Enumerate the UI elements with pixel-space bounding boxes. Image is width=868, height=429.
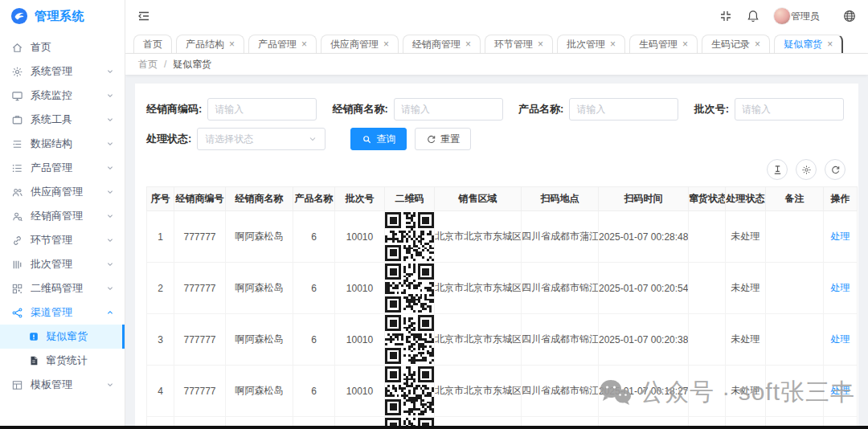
tab-supplier-management[interactable]: 供应商管理× <box>321 35 399 53</box>
home-icon <box>11 42 23 54</box>
sidebar-item-system-monitor[interactable]: 系统监控 <box>0 84 125 108</box>
cell-remark <box>766 263 824 314</box>
column-header: 批次号 <box>335 187 385 211</box>
cell-qr <box>385 211 435 263</box>
handle-link[interactable]: 处理 <box>831 333 850 345</box>
cell-action: 处理 <box>824 211 858 263</box>
column-settings-gear-icon[interactable] <box>796 159 817 180</box>
cell-scan-time: 2025-01-07 00:18:27 <box>599 366 689 417</box>
tab-label: 生码记录 <box>711 38 750 51</box>
row-density-icon[interactable] <box>767 159 788 180</box>
cell-scan-place: 四川省成都市锦江区 <box>522 314 599 366</box>
cell-sale-area: 北京市北京市东城区 <box>435 211 522 263</box>
tab-product-structure[interactable]: 产品结构× <box>176 35 244 53</box>
cell-sale-area: 北京市北京市东城区 <box>435 263 522 314</box>
cell-qr <box>385 314 435 366</box>
cell-batch: 10010 <box>335 211 385 263</box>
cell-handle-status: 未处理 <box>726 366 766 417</box>
tab-label: 生码管理 <box>639 38 678 51</box>
sidebar-item-fleeing-stats[interactable]: 窜货统计 <box>0 349 125 373</box>
sidebar-item-label: 首页 <box>31 40 51 55</box>
sidebar-item-batch-management[interactable]: 批次管理 <box>0 252 125 276</box>
close-tab-icon[interactable]: × <box>610 39 616 49</box>
batch-no-input[interactable] <box>735 98 844 121</box>
handle-link[interactable]: 处理 <box>831 231 850 242</box>
handle-status-select[interactable]: 请选择状态 <box>197 128 326 150</box>
chevron-up-icon <box>105 308 115 317</box>
close-tab-icon[interactable]: × <box>465 39 471 49</box>
search-button[interactable]: 查询 <box>350 128 407 150</box>
table-row: 3777777啊阿森松岛610010北京市北京市东城区四川省成都市锦江区2025… <box>147 314 858 366</box>
logo[interactable]: 管理系统 <box>0 0 125 32</box>
sidebar-item-label: 环节管理 <box>31 233 72 247</box>
topbar: 管理员 <box>125 0 868 32</box>
sidebar-item-label: 二维码管理 <box>31 281 83 296</box>
sidebar-item-dealer-management[interactable]: 经销商管理 <box>0 204 125 228</box>
bell-icon[interactable] <box>746 9 760 23</box>
table-toolbar <box>146 157 847 186</box>
sidebar-item-system-management[interactable]: 系统管理 <box>0 59 125 84</box>
cell-qr <box>385 366 435 417</box>
language-globe-icon[interactable] <box>842 9 857 23</box>
sidebar-item-home[interactable]: 首页 <box>0 35 125 59</box>
cell-scan-place: 四川省成都市锦江区 <box>522 263 599 314</box>
handle-link[interactable]: 处理 <box>831 385 850 396</box>
breadcrumb-home[interactable]: 首页 <box>138 58 158 72</box>
tab-batch-management[interactable]: 批次管理× <box>557 35 625 53</box>
cell-dealer-code: 777777 <box>174 366 226 417</box>
dealer-name-input[interactable] <box>394 98 503 121</box>
sidebar-item-qrcode-management[interactable]: 二维码管理 <box>0 276 125 300</box>
close-tab-icon[interactable]: × <box>383 39 389 49</box>
close-tab-icon[interactable]: × <box>755 39 760 49</box>
cell-remark <box>766 314 824 366</box>
sidebar-item-supplier-management[interactable]: 供应商管理 <box>0 180 125 204</box>
cell-dealer-name: 啊阿森松岛 <box>226 263 293 314</box>
product-icon <box>11 162 23 174</box>
chevron-down-icon <box>105 187 115 197</box>
handle-link[interactable]: 处理 <box>831 282 850 293</box>
reset-icon <box>426 134 436 145</box>
filter-row-1: 经销商编码:经销商名称:产品名称:批次号: <box>146 98 847 121</box>
tab-suspected-fleeing[interactable]: 疑似窜货× <box>774 35 843 53</box>
sidebar-item-link-management[interactable]: 环节管理 <box>0 228 125 252</box>
sidebar-item-data-structure[interactable]: 数据结构 <box>0 132 125 156</box>
dealer-code-label: 经销商编码: <box>146 102 202 116</box>
sidebar-item-system-tools[interactable]: 系统工具 <box>0 108 125 132</box>
sidebar-item-label: 系统工具 <box>31 112 72 127</box>
collapse-sidebar-icon[interactable] <box>137 9 151 23</box>
sidebar-item-product-management[interactable]: 产品管理 <box>0 156 125 180</box>
chevron-down-icon <box>105 284 115 293</box>
tab-home[interactable]: 首页 <box>133 35 172 53</box>
sidebar-item-template-management[interactable]: 模板管理 <box>0 373 125 397</box>
column-header: 备注 <box>766 187 824 211</box>
doc-icon <box>28 355 39 366</box>
user-menu[interactable]: 管理员 <box>773 7 820 25</box>
refresh-icon[interactable] <box>825 159 845 180</box>
fullscreen-icon[interactable] <box>719 9 733 23</box>
column-header: 二维码 <box>385 187 435 211</box>
tab-link-management[interactable]: 环节管理× <box>485 35 553 53</box>
tab-code-generation-records[interactable]: 生码记录× <box>702 35 770 53</box>
close-tab-icon[interactable]: × <box>301 39 307 49</box>
tab-dealer-management[interactable]: 经销商管理× <box>403 35 481 53</box>
breadcrumb: 首页 / 疑似窜货 <box>125 54 868 75</box>
sidebar-item-suspected-fleeing[interactable]: 疑似窜货 <box>0 325 125 349</box>
chevron-down-icon <box>105 67 115 76</box>
sidebar-item-channel-management[interactable]: 渠道管理 <box>0 300 125 325</box>
column-header: 操作 <box>824 187 858 211</box>
tab-product-management[interactable]: 产品管理× <box>248 35 317 53</box>
close-tab-icon[interactable]: × <box>538 39 543 49</box>
close-tab-icon[interactable]: × <box>229 39 235 49</box>
product-name-input[interactable] <box>569 98 678 121</box>
close-tab-icon[interactable]: × <box>827 39 833 49</box>
user-name: 管理员 <box>791 10 820 23</box>
tab-code-generation-management[interactable]: 生码管理× <box>629 35 698 53</box>
close-tab-icon[interactable]: × <box>682 39 688 49</box>
reset-button[interactable]: 重置 <box>415 128 471 150</box>
cell-handle-status: 未处理 <box>726 263 766 314</box>
table-row: 4777777啊阿森松岛610010北京市北京市东城区四川省成都市锦江区2025… <box>147 366 858 417</box>
dealer-code-input[interactable] <box>207 98 317 121</box>
tab-label: 产品管理 <box>258 38 297 51</box>
column-header: 经销商编号 <box>174 187 226 211</box>
cell-index: 4 <box>147 366 174 417</box>
